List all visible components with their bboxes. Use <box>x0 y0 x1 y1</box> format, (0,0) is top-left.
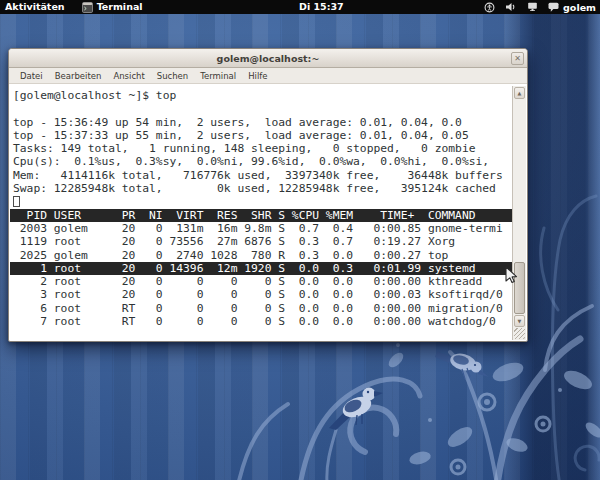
process-table-header: PID USER PR NI VIRT RES SHR S %CPU %MEM … <box>10 209 512 222</box>
blank-line <box>13 102 512 115</box>
menu-suchen[interactable]: Suchen <box>151 71 194 81</box>
close-button[interactable]: ✕ <box>511 52 524 65</box>
menu-terminal[interactable]: Terminal <box>194 71 242 81</box>
app-indicator-terminal[interactable]: Terminal <box>74 0 151 14</box>
volume-icon[interactable] <box>505 2 517 12</box>
menu-hilfe[interactable]: Hilfe <box>242 71 273 81</box>
process-row: 7 root RT 0 0 0 0 S 0.0 0.0 0:00.00 watc… <box>13 315 512 328</box>
cursor-line <box>13 195 512 208</box>
process-row-highlighted: 1 root 20 0 14396 12m 1920 S 0.0 0.3 0:0… <box>10 262 512 275</box>
chat-bubble-icon <box>548 2 559 12</box>
mouse-pointer-icon <box>505 266 518 284</box>
process-row: 1119 root 20 0 73556 27m 6876 S 0.3 0.7 … <box>13 235 512 248</box>
process-row: 2025 golem 20 0 2740 1028 780 R 0.3 0.0 … <box>13 249 512 262</box>
system-tray: golem <box>484 0 596 14</box>
terminal-content[interactable]: [golem@localhost ~]$ top top - 15:36:49 … <box>10 86 526 340</box>
process-row: 6 root RT 0 0 0 0 S 0.0 0.0 0:00.00 migr… <box>13 302 512 315</box>
scroll-up-button[interactable]: ▲ <box>514 87 525 99</box>
app-indicator-label: Terminal <box>97 0 143 14</box>
menu-bar: Datei Bearbeiten Ansicht Suchen Terminal… <box>9 68 527 84</box>
terminal-line: Cpu(s): 0.1%us, 0.3%sy, 0.0%ni, 99.6%id,… <box>13 155 512 168</box>
window-titlebar[interactable]: golem@localhost:~ ✕ <box>9 49 527 68</box>
menu-bearbeiten[interactable]: Bearbeiten <box>49 71 108 81</box>
bird-upper <box>435 351 489 379</box>
process-row: 2 root 20 0 0 0 0 S 0.0 0.0 0:00.00 kthr… <box>13 275 512 288</box>
window-title: golem@localhost:~ <box>217 53 320 64</box>
process-row: 3 root 20 0 0 0 0 S 0.0 0.0 0:00.03 ksof… <box>13 288 512 301</box>
resize-grip[interactable] <box>514 328 525 339</box>
activities-button[interactable]: Aktivitäten <box>0 0 74 14</box>
menu-datei[interactable]: Datei <box>14 71 49 81</box>
terminal-line: Swap: 12285948k total, 0k used, 12285948… <box>13 182 512 195</box>
accessibility-icon[interactable] <box>484 2 495 13</box>
scroll-down-button[interactable]: ▼ <box>514 315 525 327</box>
terminal-window: golem@localhost:~ ✕ Datei Bearbeiten Ans… <box>8 48 528 342</box>
terminal-cursor <box>13 196 20 207</box>
terminal-line: top - 15:36:49 up 54 min, 2 users, load … <box>13 116 512 129</box>
process-row: 2003 golem 20 0 131m 16m 9.8m S 0.7 0.4 … <box>13 222 512 235</box>
terminal-output: [golem@localhost ~]$ top top - 15:36:49 … <box>10 86 512 340</box>
clock[interactable]: Di 15:37 <box>299 0 344 14</box>
prompt-line: [golem@localhost ~]$ top <box>13 89 512 102</box>
terminal-icon <box>82 2 93 13</box>
terminal-line: Mem: 4114116k total, 716776k used, 33973… <box>13 169 512 182</box>
right-band-tendrils <box>541 196 599 480</box>
menu-ansicht[interactable]: Ansicht <box>107 71 150 81</box>
scrollbar[interactable]: ▲ ▼ <box>512 86 526 340</box>
user-menu[interactable]: golem <box>548 2 596 13</box>
network-icon[interactable] <box>527 2 538 12</box>
username-label: golem <box>563 2 596 13</box>
top-panel: Aktivitäten Terminal Di 15:37 go <box>0 0 600 14</box>
terminal-line: top - 15:37:33 up 55 min, 2 users, load … <box>13 129 512 142</box>
terminal-line: Tasks: 149 total, 1 running, 148 sleepin… <box>13 142 512 155</box>
